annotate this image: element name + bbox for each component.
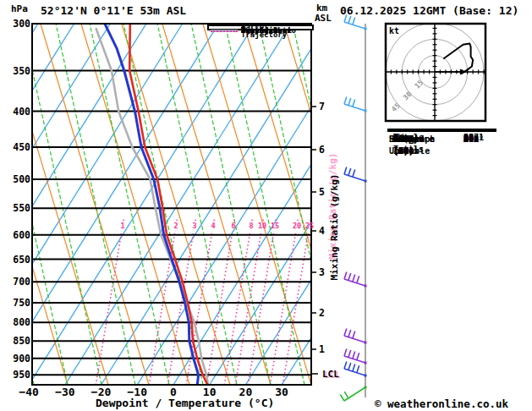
wind-barb	[344, 271, 367, 287]
wind-barb	[344, 361, 367, 376]
x-tick-label: −30	[55, 386, 75, 398]
pressure-tick-label: 650	[13, 254, 30, 266]
mixing-ratio-value: 3	[192, 222, 196, 230]
altitude-axis-unit-asl: ASL	[315, 13, 332, 24]
wet-adiabat-line	[191, 24, 271, 385]
wet-adiabat-line	[56, 24, 135, 385]
pressure-tick-label: 800	[13, 316, 30, 328]
isotherm-line	[29, 24, 255, 385]
mixing-ratio-value: 4	[211, 222, 215, 230]
indices-table: K26Totals Totals53PW (cm)1.71SurfaceTemp…	[387, 129, 496, 132]
wind-barb	[344, 96, 367, 112]
pressure-tick-label: 950	[13, 369, 30, 381]
copyright-footer: © weatheronline.co.uk	[375, 397, 508, 410]
x-tick-label: 30	[275, 386, 288, 398]
mixing-ratio-line	[224, 231, 250, 385]
pressure-grid	[32, 24, 311, 375]
mixing-ratio-line	[123, 217, 124, 221]
sounding-curves	[96, 24, 208, 384]
mixing-ratio-line	[177, 217, 178, 221]
wind-barb	[344, 348, 367, 364]
km-tick-label: 5	[319, 186, 325, 198]
km-tick-label: 2	[319, 307, 325, 319]
legend-line-sample	[211, 30, 238, 32]
pressure-tick-label: 500	[13, 173, 30, 185]
pressure-axis-labels: 3003504004505005506006507007508008509009…	[13, 18, 30, 381]
mixing-ratio-labels: 12346810152025	[120, 222, 314, 230]
pressure-tick-label: 750	[13, 297, 30, 309]
km-axis: 7654321	[311, 101, 325, 374]
mixing-ratio-line	[263, 217, 264, 221]
x-axis-title: Dewpoint / Temperature (°C)	[96, 397, 273, 409]
pressure-tick-label: 450	[13, 141, 30, 153]
skewt-sounding-page: 1234681015202530035040045050055060065070…	[0, 0, 532, 411]
legend-item: Mixing Ratio	[211, 27, 296, 35]
mixing-ratio-value: 20	[293, 222, 301, 230]
km-tick-label: 7	[319, 101, 325, 112]
station-title: 52°12'N 0°11'E 53m ASL	[41, 4, 186, 17]
km-tick-label: 3	[319, 266, 325, 278]
mixing-ratio-line	[248, 231, 274, 385]
mixing-ratio-value: 15	[271, 222, 279, 230]
pressure-tick-label: 700	[13, 276, 30, 288]
pressure-tick-label: 300	[13, 18, 30, 30]
mixing-ratio-line	[298, 217, 299, 221]
mixing-ratio-line	[195, 217, 196, 221]
mixing-ratio-line	[276, 217, 277, 221]
table-row-value: 27	[463, 134, 474, 145]
hodograph: 153045	[386, 23, 485, 121]
pressure-tick-label: 600	[13, 229, 30, 241]
hodograph-unit-label: kt	[389, 26, 399, 36]
table-row-label: StmSpd (kt)	[393, 134, 424, 157]
mixing-ratio-axis-label: Mixing Ratio (g/kg)	[329, 173, 340, 282]
pressure-tick-label: 550	[13, 202, 30, 214]
wind-barb	[340, 386, 366, 402]
dry-adiabat-line	[41, 24, 149, 385]
km-tick-label: 4	[319, 225, 325, 237]
mixing-ratio-value: 10	[258, 222, 266, 230]
pressure-tick-label: 850	[13, 335, 30, 347]
wind-barb	[344, 14, 367, 30]
km-tick-label: 1	[319, 343, 325, 355]
mixing-ratio-line	[214, 217, 215, 221]
pressure-axis-unit: hPa	[11, 3, 28, 14]
mixing-ratio-value: 1	[120, 222, 124, 230]
km-tick-label: 6	[319, 144, 325, 156]
mixing-ratio-value: 6	[231, 222, 235, 230]
pressure-tick-label: 400	[13, 106, 30, 118]
mixing-ratio-line	[252, 217, 253, 221]
wind-barb-column	[340, 14, 366, 401]
wind-barb	[344, 167, 367, 182]
legend: TemperatureDewpointParcel TrajectoryDry …	[207, 25, 314, 30]
isotherm-line	[0, 24, 2, 385]
x-tick-label: −40	[19, 386, 39, 398]
pressure-tick-label: 350	[13, 65, 30, 77]
skewt-plot: 1234681015202530035040045050055060065070…	[0, 0, 532, 411]
run-datetime: 06.12.2025 12GMT (Base: 12)	[340, 4, 518, 17]
mixing-ratio-value: 8	[249, 222, 253, 230]
lcl-label: LCL	[322, 369, 339, 380]
mixing-ratio-value: 25	[305, 222, 314, 230]
mixing-ratio-line	[234, 217, 235, 221]
wind-barb	[344, 328, 367, 343]
wet-adiabat-line	[90, 24, 169, 385]
pressure-tick-label: 900	[13, 353, 30, 364]
mixing-ratio-value: 2	[173, 222, 178, 230]
dry-adiabat-line	[162, 24, 271, 385]
mixing-ratio-line	[270, 231, 296, 385]
legend-item-label: Mixing Ratio	[241, 27, 296, 35]
